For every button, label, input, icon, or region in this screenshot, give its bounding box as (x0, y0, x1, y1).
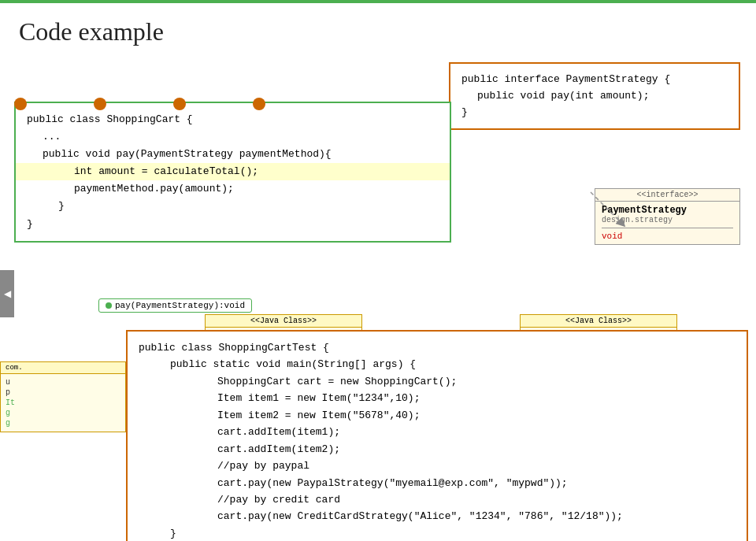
test-line-9: cart.pay(new PaypalStrategy("myemail@exp… (139, 475, 736, 491)
uml-mini-stereotype: <<interface>> (595, 189, 739, 202)
uml-mini-method: void (602, 232, 733, 241)
chevron-left-icon: ◀ (4, 288, 11, 299)
left-panel-header: com. (1, 362, 125, 374)
test-line-1: public class ShoppingCartTest { (139, 339, 736, 356)
sc-line-1: public class ShoppingCart { (27, 111, 439, 128)
left-panel-item-4: g (6, 408, 120, 418)
left-panel-item-3: It (6, 398, 120, 408)
method-badge: pay(PaymentStrategy):void (98, 298, 252, 313)
test-line-2: public static void main(String[] args) { (139, 356, 736, 372)
sc-line-6: } (27, 198, 439, 215)
dot-2 (94, 98, 106, 110)
left-panel-item-2: p (6, 387, 120, 398)
page-title: Code example (0, 3, 756, 54)
left-panel-partial: com. u p It g g (0, 361, 126, 432)
dots-row (14, 98, 265, 110)
test-code-box: public class ShoppingCartTest { public s… (126, 330, 748, 541)
uml-class-header-2: <<Java Class>> (521, 315, 676, 328)
test-line-12: } (139, 525, 736, 541)
test-line-5: Item item2 = new Item("5678",40); (139, 407, 736, 424)
interface-line-3: } (461, 105, 728, 121)
method-badge-label: pay(PaymentStrategy):void (115, 301, 245, 310)
left-panel-item-5: g (6, 418, 120, 428)
uml-mini-name: PaymentStrategy (602, 205, 733, 216)
uml-mini-body: PaymentStrategy design.strategy void (595, 202, 739, 244)
interface-line-1: public interface PaymentStrategy { (461, 72, 728, 88)
interface-line-2: public void pay(int amount); (461, 88, 728, 105)
uml-mini-diagram: <<interface>> PaymentStrategy design.str… (595, 188, 740, 245)
dot-4 (253, 98, 265, 110)
shopping-cart-code-box: public class ShoppingCart { ... public v… (14, 102, 451, 243)
dot-3 (173, 98, 186, 110)
sc-line-7: } (27, 216, 439, 233)
method-dot-icon (106, 302, 112, 309)
left-panel-item-1: u (6, 377, 120, 387)
test-line-3: ShoppingCart cart = new ShoppingCart(); (139, 373, 736, 390)
sc-line-3: public void pay(PaymentStrategy paymentM… (27, 146, 439, 163)
interface-code-box: public interface PaymentStrategy { publi… (449, 62, 740, 130)
uml-class-header-1: <<Java Class>> (206, 315, 361, 328)
slide-arrow-left[interactable]: ◀ (0, 270, 14, 317)
uml-mini-divider (602, 228, 733, 228)
test-line-8: //pay by paypal (139, 458, 736, 474)
sc-line-5: paymentMethod.pay(amount); (27, 180, 439, 198)
content-area: ◀ public interface PaymentStrategy { pub… (0, 54, 756, 532)
sc-line-2: ... (27, 128, 439, 146)
test-line-4: Item item1 = new Item("1234",10); (139, 390, 736, 406)
test-line-6: cart.addItem(item1); (139, 424, 736, 440)
test-line-7: cart.addItem(item2); (139, 441, 736, 458)
dot-1 (14, 98, 27, 110)
test-line-11: cart.pay(new CreditCardStrategy("Alice",… (139, 508, 736, 524)
test-line-10: //pay by credit card (139, 491, 736, 508)
sc-line-4: int amount = calculateTotal(); (16, 163, 450, 180)
left-panel-body: u p It g g (1, 374, 125, 432)
uml-mini-package: design.strategy (602, 216, 733, 224)
